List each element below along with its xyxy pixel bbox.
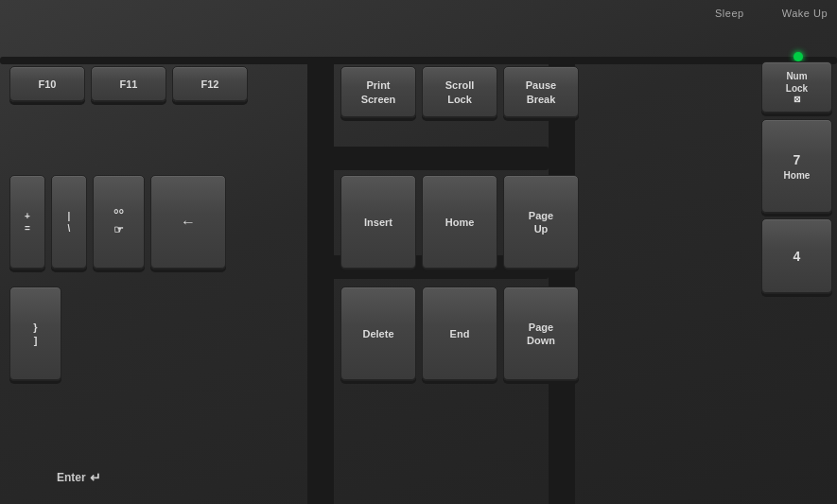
scroll-lock-key[interactable]: Scroll Lock <box>422 66 497 118</box>
enter-arrow-icon: ↵ <box>90 470 101 485</box>
nav-top-group: Insert Home Page Up <box>340 175 579 269</box>
print-screen-key[interactable]: Print Screen <box>340 66 416 118</box>
sys-key-group: Print Screen Scroll Lock Pause Break <box>340 66 579 118</box>
pause-break-key[interactable]: Pause Break <box>503 66 579 118</box>
insert-key[interactable]: Insert <box>340 175 416 269</box>
groove-top <box>0 57 837 64</box>
end-key[interactable]: End <box>422 287 497 381</box>
pipe-backslash-key[interactable]: | \ <box>51 175 87 269</box>
f12-key[interactable]: F12 <box>172 66 248 102</box>
groove-right-vertical <box>549 57 575 504</box>
left-row3-group: } ] <box>0 287 61 381</box>
page-up-key[interactable]: Page Up <box>503 175 579 269</box>
enter-label: Enter <box>57 471 86 484</box>
f10-key[interactable]: F10 <box>9 66 85 102</box>
backspace-key[interactable]: ← <box>150 175 226 269</box>
numpad-area: Num Lock ⊠ 7 Home 4 <box>761 61 832 294</box>
numpad-7-home-key[interactable]: 7 Home <box>761 119 832 214</box>
special-key[interactable]: °° ☞ <box>93 175 145 269</box>
led-indicator <box>793 52 803 61</box>
top-labels: Sleep Wake Up <box>715 8 837 19</box>
left-row2-group: + = | \ °° ☞ ← <box>0 175 226 269</box>
wake-up-label: Wake Up <box>782 8 828 19</box>
numpad-numlock-key[interactable]: Num Lock ⊠ <box>761 61 832 113</box>
f11-key[interactable]: F11 <box>91 66 166 102</box>
groove-left-vertical <box>307 57 334 504</box>
sleep-label: Sleep <box>715 8 744 19</box>
keyboard-background: Sleep Wake Up NumLock F10 F11 F12 Print … <box>0 0 837 504</box>
numpad-4-key[interactable]: 4 <box>761 218 832 294</box>
nav-bottom-group: Delete End Page Down <box>340 287 579 381</box>
page-down-key[interactable]: Page Down <box>503 287 579 381</box>
enter-area: Enter ↵ <box>57 470 101 485</box>
delete-key[interactable]: Delete <box>340 287 416 381</box>
fn-key-group: F10 F11 F12 <box>0 66 248 102</box>
brace-bracket-key[interactable]: } ] <box>9 287 61 381</box>
home-key[interactable]: Home <box>422 175 497 269</box>
plus-equals-key[interactable]: + = <box>9 175 45 269</box>
groove-mid-h1 <box>307 147 549 170</box>
